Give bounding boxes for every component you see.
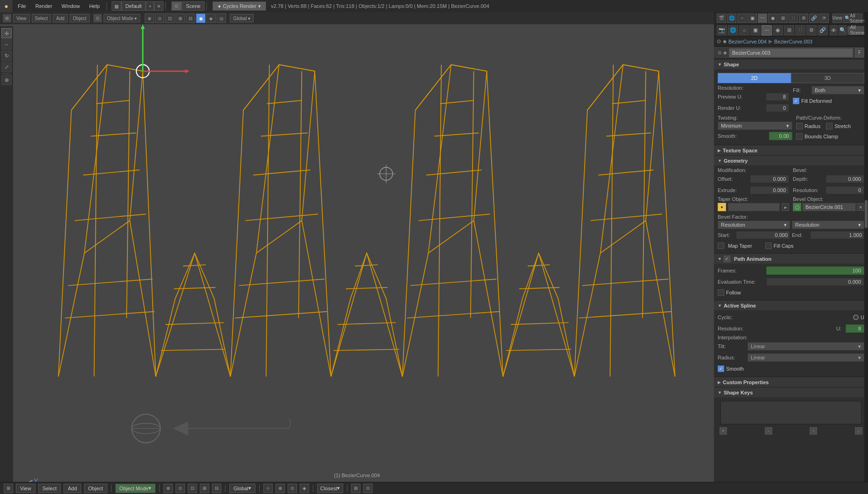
frames-slider[interactable]: 100	[766, 266, 864, 275]
tool-translate[interactable]: ↔	[1, 39, 12, 50]
ptab-const[interactable]: 🔗	[818, 25, 828, 36]
panel-tab-scene[interactable]: 🌐	[727, 14, 736, 23]
radius-checkbox[interactable]	[796, 123, 803, 129]
bottom-bar-icon[interactable]: ⊞	[4, 484, 13, 493]
breadcrumb-parent2[interactable]: BezierCurve.003	[774, 39, 812, 44]
scroll-thumb[interactable]	[865, 200, 868, 228]
shape-keys-add[interactable]: +	[720, 427, 727, 435]
view-icon-3[interactable]: ⊡	[165, 14, 175, 23]
panel-view-btn[interactable]: View	[833, 14, 842, 23]
active-spline-header[interactable]: ▼ Active Spline	[714, 300, 868, 310]
shape-keys-remove[interactable]: -	[765, 427, 772, 435]
taper-arrow[interactable]: ▸	[782, 203, 789, 211]
bounds-checkbox[interactable]	[796, 133, 803, 140]
breadcrumb-parent1[interactable]: BezierCurve.004	[728, 39, 767, 44]
bevel-dd-2[interactable]: Resolution ▾	[792, 221, 864, 229]
fill-deformed-checkbox[interactable]: ✓	[793, 98, 799, 104]
viewport-type-icon[interactable]: ⊞	[3, 14, 11, 22]
layout-label[interactable]: Default	[121, 1, 146, 11]
bottom-icon-3[interactable]: ⊙	[176, 484, 185, 493]
panel-tab-modifiers[interactable]: ⟳	[819, 14, 829, 23]
object-name-input[interactable]	[729, 48, 853, 57]
cycles-engine-btn[interactable]: ● Cycles Render ▾	[212, 1, 266, 11]
panel-tab-object[interactable]: ▣	[748, 14, 757, 23]
layout-x[interactable]: ✕	[154, 1, 163, 11]
twisting-dropdown[interactable]: Minimum ▾	[718, 122, 792, 130]
viewport-add-btn[interactable]: Add	[53, 14, 68, 22]
menu-file[interactable]: File	[13, 0, 31, 12]
path-anim-header[interactable]: ▼ ✓ Path Animation	[714, 253, 868, 264]
bottom-icon-9[interactable]: ◈	[300, 484, 309, 493]
object-btn[interactable]: Object	[84, 484, 107, 493]
smooth-value[interactable]: 0.00	[769, 132, 792, 140]
geometry-section-header[interactable]: ▼ Geometry	[714, 155, 868, 165]
panel-mag-icon[interactable]: 🔍	[839, 25, 847, 36]
bottom-icon-11[interactable]: ⊙	[363, 484, 373, 493]
viewport-mode-icon[interactable]: ⊙	[93, 14, 102, 22]
view-icon-4[interactable]: ⊞	[176, 14, 185, 23]
menu-help[interactable]: Help	[85, 0, 105, 12]
bevel-dd-1[interactable]: Resolution ▾	[718, 221, 790, 229]
panel-tab-render[interactable]: 🎬	[717, 14, 726, 23]
panel-tab-world[interactable]: ○	[737, 14, 747, 23]
smooth-checkbox[interactable]: ✓	[718, 365, 724, 372]
preview-u-value[interactable]: 8	[766, 93, 789, 101]
layout-icon-btn[interactable]: ▦	[112, 1, 121, 11]
offset-value[interactable]: 0.000	[750, 175, 789, 183]
view-icon-7[interactable]: ◎	[217, 14, 226, 23]
extrude-value[interactable]: 0.000	[750, 186, 789, 194]
radius-dropdown[interactable]: Linear ▾	[748, 353, 864, 362]
viewport-object-btn[interactable]: Object	[70, 14, 90, 22]
closest-dropdown[interactable]: Closest ▾	[317, 484, 344, 493]
add-btn[interactable]: Add	[64, 484, 81, 493]
follow-checkbox[interactable]	[718, 289, 724, 296]
shape-section-header[interactable]: ▼ Shape	[714, 59, 868, 69]
ptab-curve[interactable]: 〰	[762, 25, 772, 36]
bevel-res-value[interactable]: 0	[826, 186, 864, 194]
path-anim-checkbox-icon[interactable]: ✓	[724, 256, 730, 262]
view-icon-2[interactable]: ⊙	[155, 14, 164, 23]
panel-tab-data[interactable]: 〰	[758, 14, 767, 23]
panel-tab-physics[interactable]: ⚙	[799, 14, 808, 23]
depth-value[interactable]: 0.000	[826, 175, 864, 183]
ptab-phys[interactable]: ⚙	[806, 25, 817, 36]
custom-props-header[interactable]: ▶ Custom Properties	[714, 377, 868, 387]
texture-space-header[interactable]: ▶ Texture Space	[714, 145, 868, 155]
panel-view-icon[interactable]: 👁	[830, 25, 838, 36]
stretch-checkbox[interactable]	[826, 123, 833, 129]
radio-u[interactable]	[853, 315, 859, 320]
tool-rotate[interactable]: ↻	[1, 50, 12, 61]
scene-label[interactable]: Scene	[182, 1, 205, 11]
menu-window[interactable]: Window	[57, 0, 85, 12]
obj-name-btn[interactable]: F	[855, 48, 864, 57]
fill-caps-checkbox[interactable]	[765, 243, 772, 249]
view-icon-5[interactable]: ⊟	[186, 14, 195, 23]
panel-tab-texture[interactable]: ⊞	[778, 14, 788, 23]
tool-cursor[interactable]: ⊹	[1, 28, 12, 38]
layout-plus[interactable]: +	[146, 1, 154, 11]
fill-dropdown[interactable]: Both ▾	[812, 86, 864, 94]
taper-input[interactable]	[728, 203, 780, 211]
panel-tab-particles[interactable]: ∷	[789, 14, 798, 23]
panel-tab-constraints[interactable]: 🔗	[809, 14, 819, 23]
panel-tab-material[interactable]: ◉	[768, 14, 777, 23]
shape-keys-header[interactable]: ▼ Shape Keys	[714, 387, 868, 397]
start-value[interactable]: 0.000	[736, 231, 790, 239]
viewport-select-btn[interactable]: Select	[32, 14, 51, 22]
bottom-icon-8[interactable]: ⊙	[288, 484, 297, 493]
select-btn[interactable]: Select	[38, 484, 61, 493]
ptab-obj[interactable]: ▣	[750, 25, 761, 36]
panel-all-scenes[interactable]: All Scenes	[853, 14, 862, 23]
ptab-tex[interactable]: ⊞	[784, 25, 794, 36]
ptab-world2[interactable]: ○	[739, 25, 749, 36]
view-btn[interactable]: View	[16, 484, 35, 493]
tool-scale[interactable]: ⤢	[1, 62, 12, 72]
eval-time-slider[interactable]: 0.000	[766, 278, 864, 286]
shape-keys-down[interactable]: ↓	[855, 427, 862, 435]
bottom-icon-5[interactable]: ⊞	[200, 484, 209, 493]
ptab-mat[interactable]: ◉	[773, 25, 783, 36]
viewport-view-btn[interactable]: View	[13, 14, 30, 22]
bottom-icon-7[interactable]: ⊕	[275, 484, 285, 493]
bottom-icon-6[interactable]: ⊟	[212, 484, 221, 493]
view-icon-6[interactable]: ◈	[206, 14, 216, 23]
